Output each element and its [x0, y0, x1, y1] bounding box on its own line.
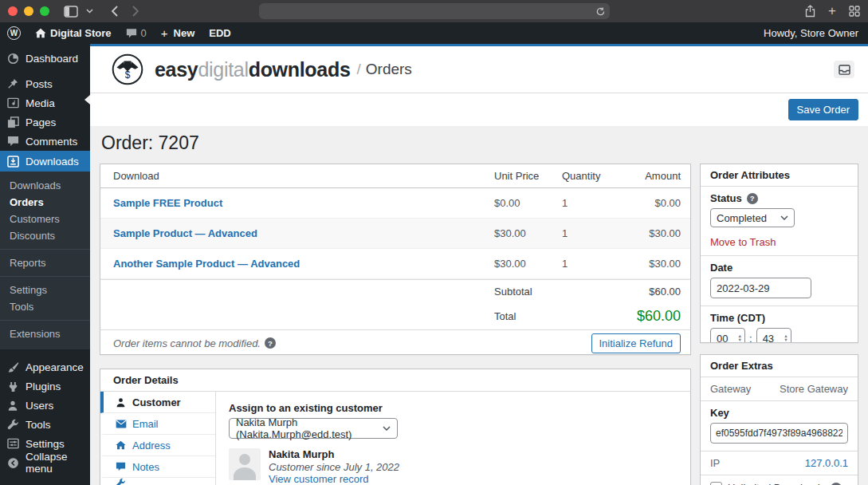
sidebar-item-downloads[interactable]: Downloads	[0, 151, 90, 172]
sidebar-item-appearance[interactable]: Appearance	[0, 357, 90, 377]
edd-menu[interactable]: EDD	[202, 22, 238, 44]
download-icon	[6, 156, 19, 168]
unlimited-downloads-checkbox[interactable]	[710, 482, 722, 485]
window-controls	[8, 6, 49, 16]
sidebar-item-pages[interactable]: Pages	[0, 112, 90, 132]
time-separator: :	[749, 333, 752, 344]
customer-select[interactable]: Nakita Murph (Nakita.Murph@edd.test)	[229, 418, 398, 439]
items-table-header: Download Unit Price Quantity Amount	[100, 164, 690, 188]
plus-icon: +	[161, 26, 168, 40]
order-items-panel: Download Unit Price Quantity Amount Samp…	[100, 164, 691, 355]
user-icon	[115, 397, 127, 408]
key-input[interactable]	[710, 423, 848, 444]
content-area: $ easydigitaldownloads /Orders Save Orde…	[90, 44, 868, 485]
items-footer: Order items cannot be modified. ? Initia…	[100, 329, 690, 356]
help-icon[interactable]: ?	[831, 483, 842, 485]
minute-stepper[interactable]: 43 ▲▼	[756, 328, 791, 343]
subtotal-value: $60.00	[610, 286, 681, 298]
sidebar-item-posts[interactable]: Posts	[0, 74, 90, 93]
submenu-item-downloads[interactable]: Downloads	[0, 177, 90, 194]
submenu-item-discounts[interactable]: Discounts	[0, 227, 90, 244]
hour-stepper[interactable]: 00 ▲▼	[710, 328, 745, 343]
sidebar-item-media[interactable]: Media	[0, 93, 90, 112]
comments-menu[interactable]: 0	[119, 22, 154, 44]
site-name-menu[interactable]: Digital Store	[28, 22, 119, 44]
tab-customer[interactable]: Customer	[100, 392, 215, 413]
tab-notes[interactable]: Notes	[100, 456, 215, 478]
new-tab-icon[interactable]: +	[828, 3, 836, 19]
panel-title: Order Details	[100, 369, 690, 392]
sidebar-item-users[interactable]: Users	[0, 396, 90, 415]
header-inbox-button[interactable]	[834, 61, 854, 78]
sidebar-item-comments[interactable]: Comments	[0, 132, 90, 151]
new-content-menu[interactable]: + New	[154, 22, 202, 44]
total-row: Total $60.00	[100, 302, 690, 329]
move-to-trash-link[interactable]: Move to Trash	[710, 236, 848, 248]
reload-icon[interactable]	[596, 7, 605, 16]
initialize-refund-button[interactable]: Initialize Refund	[591, 333, 681, 353]
gateway-value: Store Gateway	[780, 383, 848, 395]
submenu-item-tools[interactable]: Tools	[0, 298, 90, 315]
status-select[interactable]: Completed	[710, 208, 795, 227]
save-order-button[interactable]: Save Order	[788, 99, 858, 120]
submenu-item-settings[interactable]: Settings	[0, 282, 90, 298]
order-extras-panel: Order Extras Gateway Store Gateway Key I…	[700, 354, 858, 485]
submenu-item-reports[interactable]: Reports	[0, 254, 90, 271]
table-row: Sample Product — Advanced $30.00 1 $30.0…	[100, 219, 690, 249]
zoom-window-button[interactable]	[40, 6, 49, 16]
time-section: Time (CDT) 00 ▲▼ : 43 ▲▼	[701, 306, 858, 343]
sidebar-item-plugins[interactable]: Plugins	[0, 377, 90, 396]
help-icon[interactable]: ?	[265, 337, 276, 349]
product-link[interactable]: Sample FREE Product	[113, 197, 494, 209]
sidebar-item-dashboard[interactable]: Dashboard	[0, 49, 90, 68]
screen: + W Digital Store 0 + New EDD	[0, 0, 868, 485]
tab-address[interactable]: Address	[100, 435, 215, 456]
share-icon[interactable]	[805, 5, 815, 18]
wrench-icon	[6, 419, 19, 431]
close-window-button[interactable]	[8, 6, 18, 16]
time-label: Time (CDT)	[710, 312, 848, 324]
wp-admin-bar: W Digital Store 0 + New EDD Howdy, Store…	[0, 22, 868, 44]
minimize-window-button[interactable]	[24, 6, 33, 16]
product-link[interactable]: Sample Product — Advanced	[113, 227, 494, 239]
tab-overview-icon[interactable]	[849, 6, 860, 17]
submenu-divider	[0, 320, 90, 321]
submenu-item-customers[interactable]: Customers	[0, 211, 90, 227]
sidebar-item-tools[interactable]: Tools	[0, 415, 90, 434]
howdy-menu[interactable]: Howdy, Store Owner	[764, 27, 868, 39]
settings-icon	[6, 438, 19, 449]
dashboard-icon	[6, 53, 19, 65]
key-label: Key	[710, 407, 848, 419]
spinner-arrows-icon[interactable]: ▲▼	[784, 334, 787, 342]
date-section: Date	[701, 256, 858, 306]
view-customer-record-link[interactable]: View customer record	[269, 473, 368, 485]
order-attributes-panel: Order Attributes Status ? Completed Move…	[700, 164, 858, 343]
submenu-item-extensions[interactable]: Extensions	[0, 325, 90, 342]
forward-icon[interactable]	[132, 6, 139, 17]
submenu-item-orders[interactable]: Orders	[0, 194, 90, 211]
tab-email[interactable]: Email	[100, 413, 215, 435]
brand-wordmark: easydigitaldownloads	[155, 58, 351, 81]
order-details-panel: Order Details Customer Email	[100, 369, 691, 485]
page-title: Order: 7207	[101, 132, 199, 154]
edd-header: $ easydigitaldownloads /Orders	[90, 46, 868, 93]
home-icon	[115, 440, 127, 450]
plugin-icon	[6, 381, 19, 392]
customer-avatar	[229, 448, 261, 480]
sidebar-toggle-icon[interactable]	[64, 6, 78, 18]
sidebar-item-collapse[interactable]: Collapse menu	[0, 453, 90, 472]
panel-title: Order Attributes	[701, 164, 858, 187]
back-icon[interactable]	[111, 6, 118, 17]
help-icon[interactable]: ?	[747, 193, 758, 204]
table-row: Another Sample Product — Advanced $30.00…	[100, 249, 690, 279]
status-label: Status	[710, 192, 742, 204]
ip-link[interactable]: 127.0.0.1	[805, 457, 848, 469]
address-bar[interactable]	[259, 3, 610, 19]
product-link[interactable]: Another Sample Product — Advanced	[113, 258, 494, 270]
date-input[interactable]	[710, 278, 811, 298]
spinner-arrows-icon[interactable]: ▲▼	[738, 334, 742, 342]
wp-logo[interactable]: W	[0, 22, 28, 44]
tab-logs-partial[interactable]	[100, 478, 215, 485]
customer-since: Customer since July 1, 2022	[269, 461, 399, 473]
chevron-down-icon[interactable]	[86, 9, 93, 14]
